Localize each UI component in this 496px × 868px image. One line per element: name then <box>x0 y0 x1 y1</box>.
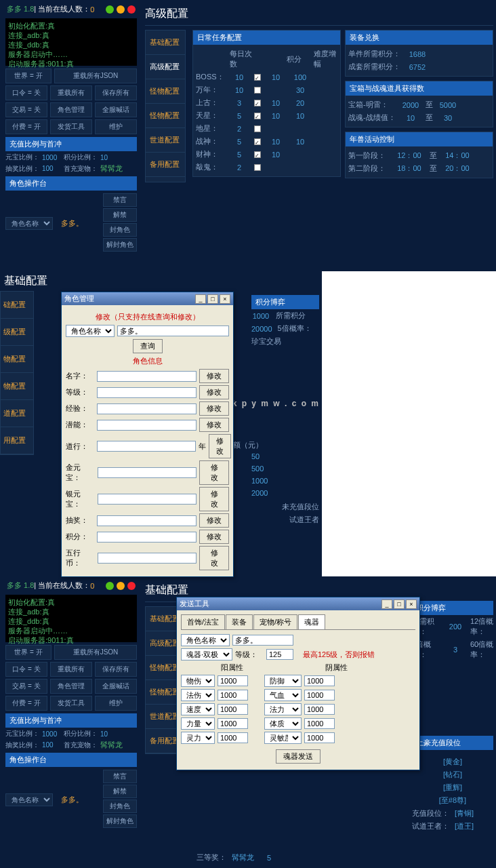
send-tool-dialog: 发送工具_□× 首饰/法宝装备宠物/称号魂器 角色名称 魂器·双极等级：最高12… <box>176 597 420 770</box>
unban-button[interactable]: 解封角色 <box>103 238 137 252</box>
equip-header: 装备兑换 <box>346 31 493 45</box>
ban-button[interactable]: 封角色 <box>103 223 137 237</box>
recharge-header: 充值比例与首冲 <box>5 137 137 151</box>
broadcast-button[interactable]: 全服喊话 <box>95 102 137 117</box>
tab-equip[interactable]: 装备 <box>226 614 253 629</box>
nav-advanced[interactable]: 高级配置 <box>146 55 185 79</box>
role-ops-header: 角色操作台 <box>5 176 137 191</box>
role-name: 多多。 <box>61 218 83 229</box>
role-mgr-button[interactable]: 角色管理 <box>50 102 92 117</box>
reload-all-button[interactable]: 重载所有 <box>50 85 92 100</box>
nav-basic[interactable]: 基础配置 <box>146 31 185 55</box>
nav-monster2[interactable]: 怪物配置 <box>146 104 185 128</box>
maintain-button[interactable]: 维护 <box>95 119 137 134</box>
unmute-button[interactable]: 解禁 <box>103 208 137 222</box>
tab-pet[interactable]: 宠物/称号 <box>253 614 297 629</box>
max-icon[interactable]: □ <box>207 294 218 304</box>
world-button[interactable]: 世界 = 开 <box>5 68 51 83</box>
nav-backup[interactable]: 备用配置 <box>146 153 185 177</box>
save-all-button[interactable]: 保存所有 <box>95 85 137 100</box>
side-nav: 基础配置 高级配置 怪物配置 怪物配置 世道配置 备用配置 <box>145 30 186 182</box>
treasure-header: 宝箱与战魂道具获得数 <box>346 81 493 96</box>
passwd-button[interactable]: 口令 = 关 <box>5 85 47 100</box>
tab-soul[interactable]: 魂器 <box>298 614 325 629</box>
min-icon[interactable]: _ <box>195 294 206 304</box>
role-mgr-dialog: 角色管理_□× 修改（只支持在线查询和修改） 角色名称 查询 角色信息 名字：修… <box>61 292 234 577</box>
titlebar: 多多 1.8 | 当前在线人数： 0 <box>3 3 140 16</box>
close-icon[interactable]: × <box>220 294 230 304</box>
nav-monster1[interactable]: 怪物配置 <box>146 79 185 104</box>
nav-world[interactable]: 世道配置 <box>146 128 185 153</box>
mute-button[interactable]: 禁言 <box>103 193 137 207</box>
role-select[interactable]: 角色名称 <box>5 217 53 230</box>
daily-header: 日常任务配置 <box>193 31 340 45</box>
annual-header: 年兽活动控制 <box>346 132 493 146</box>
tab-jewelry[interactable]: 首饰/法宝 <box>181 614 225 629</box>
app-title: 多多 1.8 <box>7 4 34 14</box>
send-button[interactable]: 魂器发送 <box>276 749 321 764</box>
trade-button[interactable]: 交易 = 关 <box>5 102 47 117</box>
page-title: 高级配置 <box>145 3 493 26</box>
console: 初始化配置:真连接_adb:真连接_ddb:真服务器启动中……启动服务器:901… <box>5 18 137 66</box>
query-button[interactable]: 查询 <box>133 339 163 353</box>
role-field-select[interactable]: 角色名称 <box>66 325 115 337</box>
close-icon[interactable] <box>127 5 136 14</box>
max-icon[interactable] <box>117 5 125 14</box>
pay-button[interactable]: 付费 = 开 <box>5 119 47 134</box>
delivery-button[interactable]: 发货工具 <box>50 119 92 134</box>
p2-title: 基础配置 <box>0 271 322 291</box>
role-name-input[interactable] <box>117 326 229 336</box>
reload-json-button[interactable]: 重载所有JSON <box>54 68 137 83</box>
min-icon[interactable] <box>106 5 114 14</box>
